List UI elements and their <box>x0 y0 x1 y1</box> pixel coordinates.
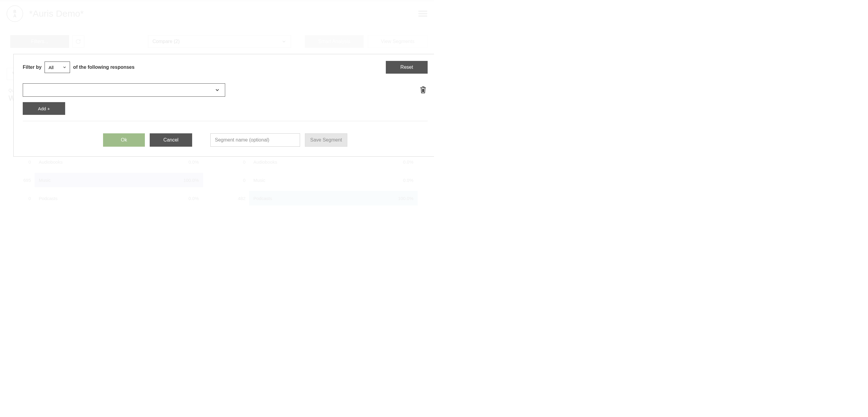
filter-by-label: Filter by <box>23 65 41 70</box>
save-segment-button[interactable]: Save Segment <box>305 133 347 147</box>
filter-modal: Filter by All of the following responses… <box>13 54 434 157</box>
filter-response-select[interactable] <box>23 83 225 97</box>
filter-mode-select[interactable]: All <box>44 62 70 73</box>
trash-icon[interactable] <box>418 86 428 95</box>
chevron-down-icon <box>215 87 220 93</box>
reset-button[interactable]: Reset <box>386 61 428 74</box>
modal-actions: Ok Cancel Save Segment <box>23 133 428 148</box>
filter-row <box>23 83 428 97</box>
chevron-down-icon <box>62 65 67 69</box>
ok-button[interactable]: Ok <box>103 133 145 147</box>
filter-followup-label: of the following responses <box>73 65 134 70</box>
add-filter-button[interactable]: Add + <box>23 102 65 115</box>
cancel-button[interactable]: Cancel <box>150 133 192 147</box>
modal-header: Filter by All of the following responses… <box>23 61 428 74</box>
segment-name-input[interactable] <box>210 133 300 147</box>
modal-divider <box>23 121 428 121</box>
filter-mode-value: All <box>49 65 54 70</box>
